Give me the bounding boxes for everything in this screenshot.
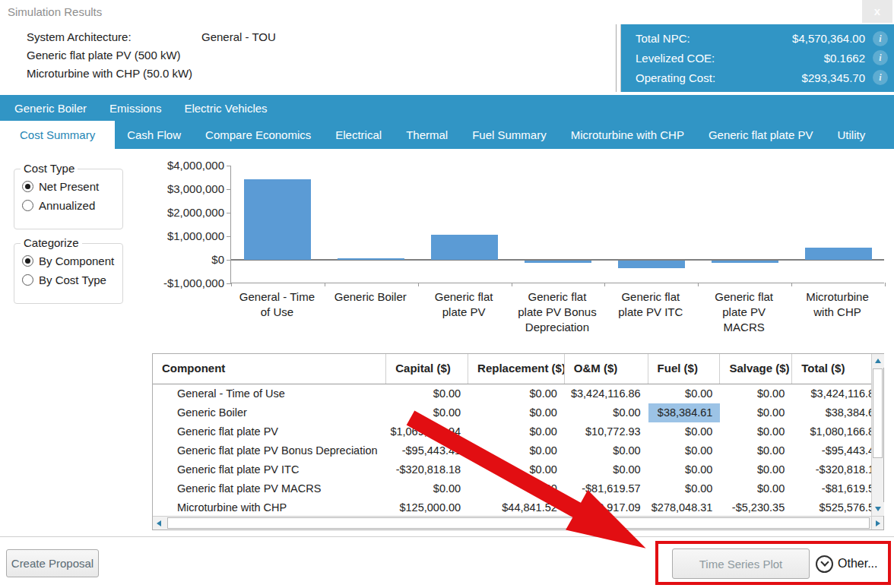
tab-generic-boiler[interactable]: Generic Boiler — [3, 95, 98, 121]
radio-annualized[interactable]: Annualized — [22, 199, 115, 212]
tab-utility[interactable]: Utility — [825, 121, 877, 149]
column-header-total[interactable]: Total ($) — [792, 354, 871, 384]
chart-bar-generic-flat-plate-pv-bonus-depreciation — [525, 261, 591, 263]
horizontal-scrollbar-thumb[interactable] — [167, 517, 870, 529]
table-row-microturbine-with-chp[interactable]: Microturbine with CHP$125,000.00$44,841.… — [153, 498, 871, 516]
info-icon[interactable]: i — [873, 31, 888, 46]
info-icon[interactable]: i — [873, 50, 888, 65]
chart-bar-generic-flat-plate-pv-macrs — [712, 261, 778, 263]
y-tick-label: $3,000,000 — [148, 182, 224, 195]
cell-component: Microturbine with CHP — [153, 498, 386, 516]
tab-cash-flow[interactable]: Cash Flow — [115, 121, 193, 149]
cell-o-m: $10,772.93 — [565, 422, 648, 441]
cell-total-text: -$81,619.57 — [792, 479, 871, 498]
time-series-plot-button[interactable]: Time Series Plot — [672, 548, 810, 579]
radio-by-cost-type[interactable]: By Cost Type — [22, 273, 115, 286]
x-axis-label-general-time-of-use: General - Time of Use — [230, 289, 324, 335]
table-row-generic-flat-plate-pv-bonus-depreciation[interactable]: Generic flat plate PV Bonus Depreciation… — [153, 441, 871, 460]
cost-type-groupbox: Cost Type Net PresentAnnualized — [14, 169, 123, 229]
tab-generic-flat-plate-pv[interactable]: Generic flat plate PV — [696, 121, 826, 149]
cell-replacement: $0.00 — [468, 422, 565, 441]
system-architecture-label: System Architecture: — [27, 30, 201, 43]
cell-salvage: $0.00 — [720, 479, 792, 498]
metric-levelized-coe: Levelized COE:$0.1662i — [636, 50, 888, 65]
cell-component: General - Time of Use — [153, 384, 386, 403]
horizontal-scrollbar[interactable] — [153, 516, 871, 530]
cell-capital: $0.00 — [386, 479, 468, 498]
column-header-salvage[interactable]: Salvage ($) — [720, 354, 792, 384]
cost-table: ComponentCapital ($)Replacement ($)O&M (… — [152, 353, 884, 530]
x-axis-label-generic-boiler: Generic Boiler — [324, 289, 417, 335]
column-header-replacement[interactable]: Replacement ($) — [468, 354, 565, 384]
scroll-left-icon — [157, 520, 161, 526]
tab-cost-summary[interactable]: Cost Summary — [0, 121, 115, 149]
x-tick-mark — [231, 283, 232, 286]
scroll-up-button[interactable] — [872, 354, 884, 368]
vertical-scrollbar-thumb[interactable] — [873, 368, 883, 458]
tab-electrical[interactable]: Electrical — [323, 121, 394, 149]
cell-capital: $125,000.00 — [386, 498, 468, 516]
window-title: Simulation Results — [8, 5, 102, 18]
cell-fuel: $38,384.61 — [648, 403, 721, 422]
vertical-scrollbar[interactable] — [871, 354, 883, 516]
table-row-generic-boiler[interactable]: Generic Boiler$0.00$0.00$0.00$38,384.61$… — [153, 403, 871, 422]
tab-row-primary: Cost SummaryCash FlowCompare EconomicsEl… — [0, 121, 894, 149]
cell-fuel: $0.00 — [648, 441, 721, 460]
other-label: Other... — [838, 557, 877, 571]
other-dropdown-button[interactable]: Other... — [816, 553, 877, 574]
scroll-left-button[interactable] — [153, 517, 165, 530]
cell-total-text: $525,576.57 — [792, 498, 871, 516]
cell-total: -$95,443.41 — [792, 441, 871, 460]
chart-bar-general-time-of-use — [244, 179, 311, 260]
chart-bar-generic-boiler — [338, 258, 404, 260]
close-icon[interactable]: x — [862, 0, 892, 24]
cell-o-m: $82,917.09 — [565, 498, 648, 516]
categorize-groupbox: Categorize By ComponentBy Cost Type — [14, 243, 123, 304]
x-axis-label-generic-flat-plate-pv-macrs: Generic flat plate PV MACRS — [697, 289, 791, 335]
tab-strip: Generic BoilerEmissionsElectric Vehicles… — [0, 95, 894, 149]
metrics-panel: Total NPC:$4,570,364.00iLevelized COE:$0… — [616, 24, 894, 92]
cost-summary-bar-chart: $4,000,000$3,000,000$2,000,000$1,000,000… — [148, 156, 889, 346]
table-row-generic-flat-plate-pv-itc[interactable]: Generic flat plate PV ITC-$320,818.18$0.… — [153, 460, 871, 479]
scroll-right-button[interactable] — [871, 516, 883, 530]
tab-emissions[interactable]: Emissions — [98, 95, 173, 121]
tab-microturbine-with-chp[interactable]: Microturbine with CHP — [559, 121, 696, 149]
cell-salvage: $0.00 — [720, 403, 792, 422]
column-header-capital[interactable]: Capital ($) — [386, 354, 468, 384]
x-axis-label-generic-flat-plate-pv-bonus-depreciation: Generic flat plate PV Bonus Depreciation — [511, 289, 604, 335]
cell-total: $3,424,116.86 — [792, 384, 871, 403]
cell-capital: $1,069,393.94 — [386, 422, 468, 441]
table-header-row: ComponentCapital ($)Replacement ($)O&M (… — [153, 354, 871, 384]
cell-total: $38,384.61 — [792, 403, 871, 422]
radio-by-component[interactable]: By Component — [22, 254, 115, 267]
info-icon[interactable]: i — [873, 70, 888, 85]
x-tick-mark — [325, 283, 325, 286]
metric-label: Operating Cost: — [636, 71, 802, 84]
y-tick-label: $0 — [148, 253, 224, 266]
column-header-fuel[interactable]: Fuel ($) — [648, 354, 721, 384]
radio-net-present[interactable]: Net Present — [22, 180, 115, 193]
column-header-component[interactable]: Component — [153, 354, 386, 384]
chart-bar-generic-flat-plate-pv — [431, 235, 498, 260]
scroll-down-button[interactable] — [872, 502, 884, 516]
table-row-generic-flat-plate-pv[interactable]: Generic flat plate PV$1,069,393.94$0.00$… — [153, 422, 871, 441]
cell-total: $1,080,166.87 — [792, 422, 871, 441]
system-architecture-value: General - TOU — [201, 30, 276, 43]
create-proposal-button[interactable]: Create Proposal — [6, 549, 99, 577]
radio-circle — [22, 200, 33, 211]
column-header-o-m[interactable]: O&M ($) — [565, 354, 648, 384]
table-row-general-time-of-use[interactable]: General - Time of Use$0.00$0.00$3,424,11… — [153, 384, 871, 403]
cell-total: -$320,818.18 — [792, 460, 871, 479]
tab-thermal[interactable]: Thermal — [394, 121, 460, 149]
cell-o-m: $0.00 — [565, 403, 648, 422]
scroll-down-icon — [875, 507, 881, 511]
cell-salvage: $0.00 — [720, 422, 792, 441]
cell-fuel: $0.00 — [648, 460, 721, 479]
tab-fuel-summary[interactable]: Fuel Summary — [460, 121, 559, 149]
metrics-splitter[interactable] — [616, 24, 621, 92]
tab-compare-economics[interactable]: Compare Economics — [193, 121, 323, 149]
tab-electric-vehicles[interactable]: Electric Vehicles — [173, 95, 278, 121]
metric-value: $0.1662 — [824, 52, 865, 65]
chart-plot-area — [230, 166, 884, 283]
table-row-generic-flat-plate-pv-macrs[interactable]: Generic flat plate PV MACRS$0.00$0.00-$8… — [153, 479, 871, 498]
